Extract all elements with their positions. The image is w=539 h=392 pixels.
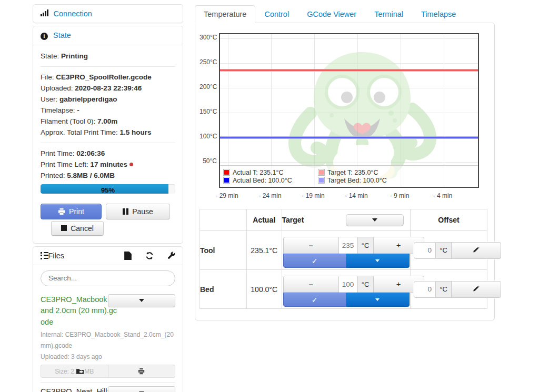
file-value: CE3PRO_SpoolRoller.gcode — [56, 73, 152, 81]
table-row: Tool 235.1°C − °C + ✓ — [200, 231, 487, 270]
bed-actual-temp: 100.0°C — [246, 270, 282, 309]
target-presets-dropdown[interactable] — [346, 214, 404, 226]
temperature-chart: 300°C 250°C 200°C 150°C 100°C 50°C — [199, 32, 490, 209]
chart-legend: Actual T: 235.1°C Target T: 235.0°C Actu… — [220, 165, 478, 187]
load-file-button[interactable]: Size: 2. MB — [41, 365, 108, 378]
file-search-input[interactable] — [41, 270, 175, 286]
files-title[interactable]: Files — [48, 252, 65, 260]
legend-swatch-lightblue — [318, 177, 325, 184]
tool-offset-edit-button[interactable] — [452, 242, 501, 259]
legend-swatch-pink — [318, 169, 325, 176]
x-tick-label: - 14 min — [345, 192, 367, 199]
x-tick-label: - 19 min — [302, 192, 324, 199]
divider — [41, 66, 175, 67]
uploaded-line: Uploaded: 2020-08-23 22:39:46 — [41, 83, 175, 94]
bed-offset-unit: °C — [436, 281, 452, 298]
legend-item: Target T: 235.0°C — [318, 169, 475, 176]
state-header[interactable]: i State — [33, 26, 183, 45]
actual-tool-line — [220, 69, 478, 71]
file-uploaded: Uploaded: 3 days ago — [41, 351, 175, 363]
tab-bar: Temperature Control GCode Viewer Termina… — [195, 5, 495, 23]
y-tick-label: 100°C — [199, 133, 217, 140]
y-tick-label: 50°C — [199, 157, 217, 165]
info-icon: i — [41, 33, 48, 40]
print-button[interactable]: Print — [41, 204, 102, 219]
tool-offset-input[interactable] — [414, 242, 436, 259]
tool-target-confirm-button[interactable]: ✓ — [283, 254, 346, 268]
chevron-down-icon — [139, 299, 144, 302]
connection-panel: Connection — [33, 4, 183, 23]
cancel-button[interactable]: Cancel — [51, 221, 104, 236]
connection-header[interactable]: Connection — [33, 5, 183, 23]
tool-offset-cell: °C — [411, 231, 487, 270]
chevron-down-icon — [375, 259, 380, 262]
tool-offset-unit: °C — [436, 242, 452, 259]
bed-offset-group: °C — [414, 281, 501, 298]
print-file-button[interactable] — [108, 365, 176, 378]
state-panel: i State State: Printing File: CE3PRO_Spo… — [33, 26, 183, 244]
actual-header: Actual — [246, 209, 282, 231]
state-title[interactable]: State — [53, 31, 71, 39]
files-header: Files — [33, 247, 183, 265]
offset-header: Offset — [411, 209, 487, 231]
tab-gcode-viewer[interactable]: GCode Viewer — [298, 5, 365, 23]
tool-label: Tool — [200, 231, 247, 270]
y-tick-label: 300°C — [199, 34, 217, 41]
tool-target-unit: °C — [358, 237, 374, 254]
tab-timelapse[interactable]: Timelapse — [412, 5, 465, 23]
connection-title[interactable]: Connection — [54, 9, 92, 18]
timelapse-line: Timelapse: - — [41, 105, 175, 116]
tab-terminal[interactable]: Terminal — [365, 5, 412, 23]
tool-target-input[interactable] — [339, 237, 358, 254]
target-header: Target — [282, 209, 410, 231]
table-row: Bed 100.0°C − °C + ✓ — [200, 270, 487, 309]
x-tick-label: - 9 min — [390, 192, 410, 199]
tool-target-dropdown-button[interactable] — [346, 254, 410, 268]
estimate-accuracy-dot — [129, 163, 133, 166]
bed-label: Bed — [200, 270, 247, 309]
bed-target-confirm-button[interactable]: ✓ — [283, 293, 346, 307]
refresh-button[interactable] — [145, 252, 154, 260]
gridline — [444, 34, 444, 187]
bed-offset-cell: °C — [411, 270, 487, 309]
temperature-table: Actual Target Offset Tool 235.1°C − — [199, 209, 487, 309]
bed-offset-edit-button[interactable] — [452, 281, 501, 298]
x-tick-label: - 24 min — [258, 192, 281, 199]
file-internal-name: Internal: CE3PRO_Macbook_Stand_2.0cm_(20… — [41, 329, 175, 351]
bed-offset-input[interactable] — [414, 281, 436, 298]
tool-target-cell: − °C + ✓ — [282, 231, 410, 270]
refresh-icon — [145, 252, 154, 260]
pencil-icon — [473, 286, 480, 293]
stop-icon — [61, 225, 67, 231]
tool-actual-temp: 235.1°C — [246, 231, 282, 270]
tab-control[interactable]: Control — [255, 5, 298, 23]
wrench-icon — [167, 252, 175, 259]
printer-icon — [58, 208, 65, 215]
list-icon — [41, 252, 48, 259]
state-body: State: Printing File: CE3PRO_SpoolRoller… — [33, 45, 183, 243]
load-folder-icon — [76, 368, 84, 375]
gridline — [220, 38, 478, 39]
print-time-left-line: Print Time Left: 17 minutes — [41, 159, 175, 170]
bed-target-dropdown-button[interactable] — [346, 293, 410, 307]
printer-icon — [138, 368, 145, 375]
settings-button[interactable] — [167, 252, 175, 259]
file-actions-dropdown[interactable] — [108, 386, 175, 392]
bed-target-decrease-button[interactable]: − — [283, 276, 339, 293]
pause-button[interactable]: Pause — [106, 204, 170, 219]
state-value: Printing — [61, 52, 88, 60]
tool-target-decrease-button[interactable]: − — [283, 237, 339, 254]
bed-target-input[interactable] — [339, 276, 358, 293]
legend-item: Target Bed: 100.0°C — [318, 177, 475, 184]
file-line: File: CE3PRO_SpoolRoller.gcode — [41, 72, 175, 83]
tool-target-group: − °C + — [283, 237, 424, 254]
divider — [41, 143, 175, 143]
upload-file-button[interactable] — [124, 252, 132, 260]
gridline — [228, 34, 228, 187]
legend-item: Actual T: 235.1°C — [223, 169, 318, 176]
x-tick-label: - 29 min — [215, 192, 238, 199]
chevron-down-icon — [375, 298, 380, 301]
tab-temperature[interactable]: Temperature — [195, 5, 255, 23]
file-actions-dropdown[interactable] — [108, 294, 175, 307]
bed-target-confirm-group: ✓ — [283, 293, 410, 307]
